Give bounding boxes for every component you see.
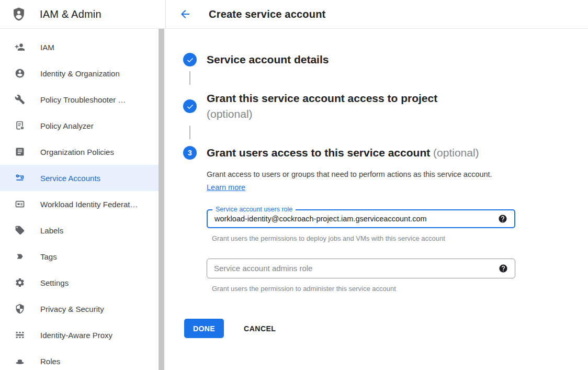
sidebar-item-organization-policies[interactable]: Organization Policies — [0, 139, 159, 165]
admins-role-field — [207, 259, 515, 278]
stepper-content: Service account details Grant this servi… — [165, 29, 588, 338]
sidebar-item-label: IAM — [40, 43, 54, 52]
proxy-grid-icon — [15, 330, 25, 340]
sidebar-item-label: Roles — [40, 357, 60, 366]
learn-more-link[interactable]: Learn more — [207, 183, 245, 192]
check-icon — [186, 103, 194, 110]
sidebar-item-label: Identity-Aware Proxy — [40, 331, 112, 340]
gear-icon — [15, 277, 25, 288]
topbar: Create service account — [165, 0, 588, 29]
tag-arrow-icon — [15, 251, 25, 262]
main-panel: Create service account Service account d… — [165, 0, 588, 370]
shield-icon — [15, 304, 25, 314]
account-circle-icon — [15, 68, 25, 79]
sidebar-item-roles[interactable]: Roles — [0, 348, 159, 370]
stepper-connector — [189, 126, 190, 139]
sidebar-item-label: Policy Analyzer — [40, 121, 94, 130]
check-icon — [186, 56, 194, 64]
step-2-completed-badge — [183, 99, 197, 113]
person-add-icon — [15, 42, 25, 52]
card-icon — [15, 199, 25, 209]
help-icon[interactable] — [498, 214, 507, 223]
step-grant-access-to-project: Grant this service account access to pro… — [183, 91, 588, 122]
sidebar-item-workload-identity-federation[interactable]: Workload Identity Federat… — [0, 191, 159, 217]
step-number: 3 — [188, 149, 192, 157]
done-button[interactable]: DONE — [184, 319, 224, 338]
step-1-completed-badge — [183, 53, 197, 66]
hat-icon — [15, 356, 25, 366]
sidebar-item-label: Labels — [40, 226, 63, 235]
step-grant-users-access: 3 Grant users access to this service acc… — [183, 145, 588, 161]
sidebar-item-label: Policy Troubleshooter … — [40, 95, 126, 104]
users-role-field: Service account users role — [207, 209, 515, 228]
sidebar-item-label: Privacy & Security — [40, 305, 104, 313]
sidebar-item-label: Tags — [40, 252, 57, 261]
users-role-helper-text: Grant users the permissions to deploy jo… — [212, 234, 588, 242]
stepper-connector — [189, 71, 190, 85]
sidebar-item-privacy-security[interactable]: Privacy & Security — [0, 296, 159, 322]
wrench-icon — [15, 94, 25, 105]
app-title: IAM & Admin — [40, 8, 101, 20]
sidebar-item-service-accounts[interactable]: Service Accounts — [0, 165, 159, 191]
users-role-field-label: Service account users role — [212, 206, 296, 213]
sidebar-item-tags[interactable]: Tags — [0, 243, 159, 270]
sidebar-item-label: Workload Identity Federat… — [40, 200, 138, 209]
sidebar-item-label: Organization Policies — [40, 148, 114, 156]
sidebar-item-settings[interactable]: Settings — [0, 270, 159, 296]
cancel-button[interactable]: CANCEL — [239, 320, 281, 337]
sidebar-item-iam[interactable]: IAM — [0, 34, 159, 60]
action-buttons: DONE CANCEL — [184, 319, 588, 338]
sidebar-item-label: Settings — [40, 278, 69, 287]
sidebar-item-label: Identity & Organization — [40, 69, 120, 78]
sidebar-item-identity-organization[interactable]: Identity & Organization — [0, 60, 159, 86]
step-description: Grant access to users or groups that nee… — [207, 168, 506, 194]
step-3-body: Grant access to users or groups that nee… — [207, 168, 588, 293]
step-title: Service account details — [207, 52, 329, 68]
back-arrow-icon[interactable] — [179, 8, 191, 20]
service-account-key-icon — [15, 173, 25, 183]
iam-admin-shield-icon — [12, 7, 26, 21]
optional-tag: (optional) — [433, 147, 479, 159]
sidebar-item-policy-analyzer[interactable]: Policy Analyzer — [0, 113, 159, 139]
help-icon[interactable] — [499, 264, 508, 273]
sidebar-item-labels[interactable]: Labels — [0, 217, 159, 243]
sidebar: IAM & Admin IAM Identity & Organization … — [0, 0, 165, 370]
sidebar-item-label: Service Accounts — [40, 174, 100, 183]
sidebar-nav: IAM Identity & Organization Policy Troub… — [0, 29, 159, 370]
admins-role-input[interactable] — [207, 259, 515, 278]
document-gear-icon — [15, 120, 25, 131]
app-window: IAM & Admin IAM Identity & Organization … — [0, 0, 588, 370]
sidebar-scrollbar[interactable] — [159, 29, 164, 370]
sidebar-header: IAM & Admin — [0, 0, 165, 29]
label-tag-icon — [15, 225, 25, 236]
page-title: Create service account — [209, 8, 325, 20]
article-icon — [15, 147, 25, 157]
step-3-number-badge: 3 — [183, 146, 197, 160]
step-service-account-details: Service account details — [183, 52, 588, 68]
admins-role-helper-text: Grant users the permission to administer… — [212, 285, 588, 293]
optional-tag: (optional) — [207, 106, 437, 122]
step-title: Grant users access to this service accou… — [207, 145, 479, 161]
step-title: Grant this service account access to pro… — [207, 91, 437, 122]
sidebar-item-policy-troubleshooter[interactable]: Policy Troubleshooter … — [0, 86, 159, 113]
sidebar-item-identity-aware-proxy[interactable]: Identity-Aware Proxy — [0, 322, 159, 348]
